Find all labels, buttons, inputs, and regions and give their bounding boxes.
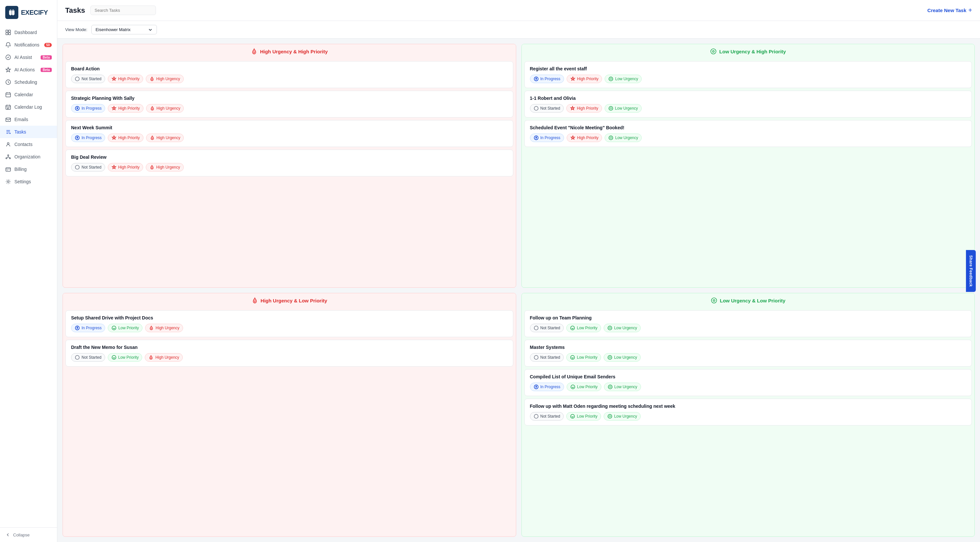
sidebar-item-scheduling[interactable]: Scheduling (0, 76, 57, 88)
status-badge: In Progress (71, 104, 105, 113)
task-title: Master Systems (530, 345, 967, 350)
search-input[interactable] (91, 6, 156, 15)
ai-actions-badge: Beta (41, 68, 52, 72)
page-title: Tasks (65, 6, 85, 15)
task-card[interactable]: Compiled List of Unique Email Senders In… (524, 369, 972, 396)
svg-point-26 (152, 168, 152, 168)
sidebar-item-ai-actions[interactable]: AI Actions Beta (0, 63, 57, 76)
quadrant-body: Setup Shared Drive with Project Docs In … (63, 307, 516, 369)
task-badges: In Progress High Priority Low Urgency (530, 74, 967, 83)
eisenhower-matrix: High Urgency & High Priority Board Actio… (57, 39, 980, 542)
task-card[interactable]: Draft the New Memo for Susan Not Started… (65, 340, 513, 366)
status-badge: In Progress (530, 133, 564, 142)
svg-point-17 (75, 77, 79, 81)
svg-point-10 (7, 143, 9, 144)
priority-badge: Low Priority (566, 324, 601, 332)
status-badge: In Progress (71, 133, 105, 142)
ai-assist-label: AI Assist (14, 55, 32, 60)
quadrant-huhp: High Urgency & High Priority Board Actio… (62, 44, 516, 288)
sidebar-item-ai-assist[interactable]: AI Assist Beta (0, 51, 57, 63)
task-card[interactable]: Master Systems Not Started Low Priority (524, 340, 972, 366)
svg-rect-1 (8, 30, 11, 32)
svg-point-56 (536, 387, 536, 388)
svg-point-41 (112, 326, 116, 330)
task-card[interactable]: Follow up with Matt Oden regarding meeti… (524, 399, 972, 425)
sidebar-item-dashboard[interactable]: Dashboard (0, 26, 57, 39)
quadrant-title: High Urgency & High Priority (260, 49, 328, 54)
view-mode-dropdown[interactable]: Eisenhower Matrix (91, 25, 157, 34)
create-plus-icon: + (968, 6, 972, 14)
feedback-tab[interactable]: Share Feedback (966, 250, 976, 292)
task-card[interactable]: Register all the event staff In Progress… (524, 61, 972, 88)
logo[interactable]: EXECIFY (0, 0, 57, 24)
status-badge: In Progress (530, 74, 564, 83)
sidebar-item-organization[interactable]: Organization (0, 151, 57, 163)
sidebar-item-billing[interactable]: Billing (0, 163, 57, 176)
urgency-badge: High Urgency (146, 74, 184, 83)
quadrant-body: Register all the event staff In Progress… (522, 59, 975, 150)
task-title: Follow up on Team Planning (530, 315, 967, 320)
quadrant-title: Low Urgency & Low Priority (720, 298, 786, 303)
svg-point-33 (534, 106, 538, 110)
sidebar-item-notifications[interactable]: Notifications 50 (0, 39, 57, 51)
priority-badge: High Priority (108, 163, 143, 171)
task-title: Compiled List of Unique Email Senders (530, 374, 967, 379)
svg-point-11 (8, 155, 9, 156)
sidebar-item-calendar[interactable]: Calendar (0, 88, 57, 101)
dashboard-icon (5, 30, 11, 35)
create-task-button[interactable]: Create New Task + (927, 6, 972, 14)
svg-point-59 (534, 414, 538, 418)
dashboard-label: Dashboard (14, 30, 37, 35)
svg-point-53 (571, 355, 574, 360)
task-card[interactable]: Big Deal Review Not Started High Priorit… (65, 150, 513, 176)
svg-point-40 (77, 328, 78, 329)
svg-point-9 (10, 133, 11, 134)
sidebar-item-contacts[interactable]: Contacts (0, 138, 57, 151)
urgency-badge: High Urgency (146, 104, 184, 113)
status-badge: Not Started (530, 412, 564, 421)
svg-rect-6 (6, 93, 11, 97)
svg-rect-0 (6, 30, 8, 32)
task-title: Follow up with Matt Oden regarding meeti… (530, 404, 967, 409)
urgency-badge: Low Urgency (604, 353, 641, 362)
priority-badge: Low Priority (566, 353, 601, 362)
view-mode-label: View Mode: (65, 27, 88, 32)
svg-point-18 (152, 79, 152, 80)
priority-badge: High Priority (566, 104, 602, 113)
view-mode-value: Eisenhower Matrix (95, 27, 145, 32)
svg-rect-14 (6, 168, 11, 171)
collapse-button[interactable]: Collapse (0, 527, 57, 542)
org-icon (5, 154, 11, 160)
quadrant-luhp: Low Urgency & High Priority Register all… (522, 44, 975, 288)
quadrant-header: Low Urgency & Low Priority (522, 293, 975, 307)
urgency-badge: High Urgency (145, 353, 183, 362)
status-badge: In Progress (71, 324, 105, 332)
task-card[interactable]: Setup Shared Drive with Project Docs In … (65, 310, 513, 337)
task-title: Next Week Summit (71, 125, 508, 130)
task-card[interactable]: 1-1 Robert and Olivia Not Started High P… (524, 91, 972, 117)
task-card[interactable]: Scheduled Event "Nicole Meeting" Booked!… (524, 120, 972, 147)
task-badges: Not Started Low Priority Low Urgency (530, 353, 967, 362)
sidebar-item-calendar-log[interactable]: Calendar Log (0, 101, 57, 113)
task-badges: In Progress High Priority High Urgency (71, 104, 508, 113)
svg-point-52 (534, 355, 538, 360)
task-card[interactable]: Strategic Planning With Sally In Progres… (65, 91, 513, 117)
notifications-label: Notifications (14, 42, 39, 48)
priority-badge: High Priority (566, 74, 602, 83)
priority-badge: Low Priority (566, 412, 601, 421)
task-card[interactable]: Board Action Not Started High Priority (65, 61, 513, 88)
svg-point-60 (571, 414, 574, 418)
svg-point-48 (714, 300, 714, 301)
sidebar-item-tasks[interactable]: Tasks (0, 126, 57, 138)
sidebar-item-settings[interactable]: Settings (0, 176, 57, 188)
collapse-label: Collapse (13, 532, 30, 537)
svg-point-57 (571, 385, 575, 389)
svg-point-20 (77, 108, 78, 109)
status-badge: Not Started (530, 353, 564, 362)
task-card[interactable]: Next Week Summit In Progress High Priori… (65, 120, 513, 147)
sidebar-item-emails[interactable]: Emails (0, 113, 57, 126)
task-card[interactable]: Follow up on Team Planning Not Started L… (524, 310, 972, 337)
task-badges: Not Started High Priority High Urgency (71, 74, 508, 83)
task-title: Setup Shared Drive with Project Docs (71, 315, 508, 320)
svg-point-15 (7, 181, 9, 182)
